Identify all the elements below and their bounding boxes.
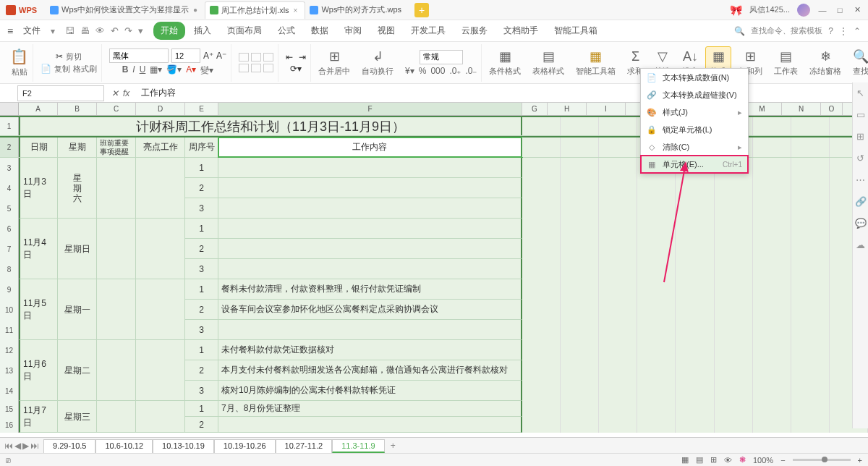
smart-tools-icon[interactable]: ▦: [590, 48, 602, 64]
fx-cancel-icon[interactable]: ✕: [111, 88, 119, 98]
menu-tab-start[interactable]: 开始: [153, 22, 185, 40]
file-dropdown-icon[interactable]: ▾: [51, 26, 55, 36]
sheet-nav-next-icon[interactable]: ▶: [22, 441, 29, 451]
phonetic-button[interactable]: 變▾: [200, 64, 213, 77]
bold-button[interactable]: B: [122, 64, 129, 77]
indent-left-icon[interactable]: ⇤: [286, 52, 293, 62]
collapse-ribbon-icon[interactable]: ⌃: [854, 26, 861, 36]
dropdown-item[interactable]: 🎨 样式(J) ▸: [641, 103, 748, 121]
wrap-icon[interactable]: ↲: [373, 48, 383, 64]
sheet-tab[interactable]: 10.27-11.2: [276, 439, 333, 453]
eye-care-icon[interactable]: ❃: [739, 455, 746, 465]
col-header[interactable]: O: [821, 103, 843, 115]
number-format-select[interactable]: [420, 50, 463, 64]
close-button[interactable]: ✕: [852, 5, 862, 15]
more-icon[interactable]: ⋮: [839, 26, 848, 36]
comma-icon[interactable]: 000: [430, 66, 445, 76]
fill-color-button[interactable]: 🪣▾: [166, 64, 182, 77]
app-menu-icon[interactable]: ≡: [7, 25, 13, 37]
sheet-tab[interactable]: 11.3-11.9: [332, 439, 384, 453]
col-header[interactable]: B: [58, 103, 97, 115]
zoom-slider[interactable]: [793, 459, 851, 461]
underline-button[interactable]: U: [140, 64, 146, 77]
search-hint[interactable]: 查找命令、搜索模板: [751, 25, 822, 36]
col-header[interactable]: I: [587, 103, 626, 115]
dropdown-item[interactable]: ◇ 清除(C) ▸: [641, 138, 748, 156]
inc-decimal-icon[interactable]: .0₊: [449, 66, 461, 76]
indent-right-icon[interactable]: ⇥: [299, 52, 306, 62]
doc-tab-1[interactable]: Wps中如何快速设置文字为竖排显示 ●: [46, 1, 205, 19]
select-all-corner[interactable]: [0, 103, 19, 115]
sheet-nav-last-icon[interactable]: ⏭: [30, 441, 39, 451]
col-header[interactable]: A: [19, 103, 58, 115]
col-header[interactable]: E: [185, 103, 218, 115]
font-name-select[interactable]: [109, 48, 169, 63]
sheet-tab[interactable]: 9.29-10.5: [43, 439, 95, 453]
formula-input[interactable]: 工作内容: [137, 87, 868, 99]
sum-icon[interactable]: Σ: [631, 49, 639, 64]
paste-icon[interactable]: 📋: [10, 48, 28, 65]
minimize-button[interactable]: —: [817, 5, 827, 15]
more-icon[interactable]: ⋯: [855, 174, 867, 185]
sheet-nav-prev-icon[interactable]: ◀: [14, 441, 21, 451]
cut-icon[interactable]: ✂: [56, 51, 63, 62]
col-header[interactable]: H: [548, 103, 587, 115]
fx-icon[interactable]: fx: [123, 88, 129, 98]
percent-icon[interactable]: %: [419, 66, 427, 76]
avatar[interactable]: [797, 4, 810, 17]
zoom-value[interactable]: 100%: [753, 456, 773, 465]
name-box[interactable]: F2: [17, 85, 104, 101]
view-normal-icon[interactable]: ▦: [681, 455, 689, 465]
border-button[interactable]: ▦▾: [150, 64, 162, 77]
qat-print-icon[interactable]: 🖶: [80, 25, 90, 36]
menu-tab-insert[interactable]: 插入: [187, 22, 218, 40]
doc-tab-2[interactable]: 周工作总结计划.xls ×: [205, 1, 305, 19]
select-icon[interactable]: ▭: [855, 109, 867, 120]
dropdown-item[interactable]: ▦ 单元格(E)... Ctrl+1: [641, 156, 748, 173]
dropdown-item[interactable]: 📄 文本转换成数值(N): [641, 69, 748, 86]
freeze-icon[interactable]: ❄: [820, 48, 831, 64]
history-icon[interactable]: ↺: [855, 152, 867, 164]
increase-font-icon[interactable]: A⁺: [203, 51, 213, 61]
qat-redo-icon[interactable]: ↷: [124, 25, 132, 36]
view-page-icon[interactable]: ⊞: [710, 455, 717, 465]
backup-icon[interactable]: ☁: [855, 239, 867, 250]
qat-save-icon[interactable]: 🖫: [65, 25, 75, 36]
col-header[interactable]: C: [97, 103, 136, 115]
doc-tab-3[interactable]: Wps中的对齐方式.wps: [305, 1, 409, 19]
table-style-icon[interactable]: ▤: [542, 48, 555, 64]
link-icon[interactable]: 🔗: [855, 195, 867, 207]
cond-format-icon[interactable]: ▦: [499, 48, 511, 64]
copy-icon[interactable]: 📄: [41, 64, 51, 74]
property-icon[interactable]: ⊞: [855, 130, 867, 142]
decrease-font-icon[interactable]: A⁻: [216, 51, 226, 61]
col-header[interactable]: M: [743, 103, 782, 115]
col-header[interactable]: F: [218, 103, 522, 115]
currency-icon[interactable]: ¥▾: [405, 66, 414, 76]
sheet-tab[interactable]: 10.6-10.12: [95, 439, 153, 453]
col-header[interactable]: G: [522, 103, 548, 115]
merge-icon[interactable]: ⊞: [329, 48, 340, 64]
cursor-icon[interactable]: ↖: [855, 87, 867, 98]
sheet-tab[interactable]: 10.19-10.26: [214, 439, 276, 453]
menu-tab-smart[interactable]: 智能工具箱: [547, 22, 605, 40]
maximize-button[interactable]: □: [835, 5, 845, 15]
sheet-add-button[interactable]: +: [385, 439, 401, 452]
read-mode-icon[interactable]: 👁: [724, 456, 732, 465]
search-icon[interactable]: 🔍: [734, 26, 745, 36]
sheet-tab[interactable]: 10.13-10.19: [153, 439, 214, 453]
zoom-in-icon[interactable]: +: [858, 456, 862, 465]
font-size-select[interactable]: [171, 48, 200, 63]
menu-tab-formula[interactable]: 公式: [271, 22, 302, 40]
align-buttons[interactable]: [239, 53, 273, 72]
dropdown-item[interactable]: 🔗 文本转换成超链接(V): [641, 86, 748, 103]
find-icon[interactable]: 🔍: [853, 48, 868, 64]
orientation-icon[interactable]: ⟳▾: [290, 64, 302, 74]
sort-icon[interactable]: A↓: [683, 49, 698, 64]
col-header[interactable]: N: [782, 103, 821, 115]
menu-tab-view[interactable]: 视图: [370, 22, 402, 40]
tab-close-icon[interactable]: ×: [294, 7, 298, 14]
view-layout-icon[interactable]: ▤: [696, 455, 703, 465]
qat-dropdown-icon[interactable]: ▾: [138, 25, 143, 36]
menu-tab-dochelper[interactable]: 文档助手: [496, 22, 545, 40]
